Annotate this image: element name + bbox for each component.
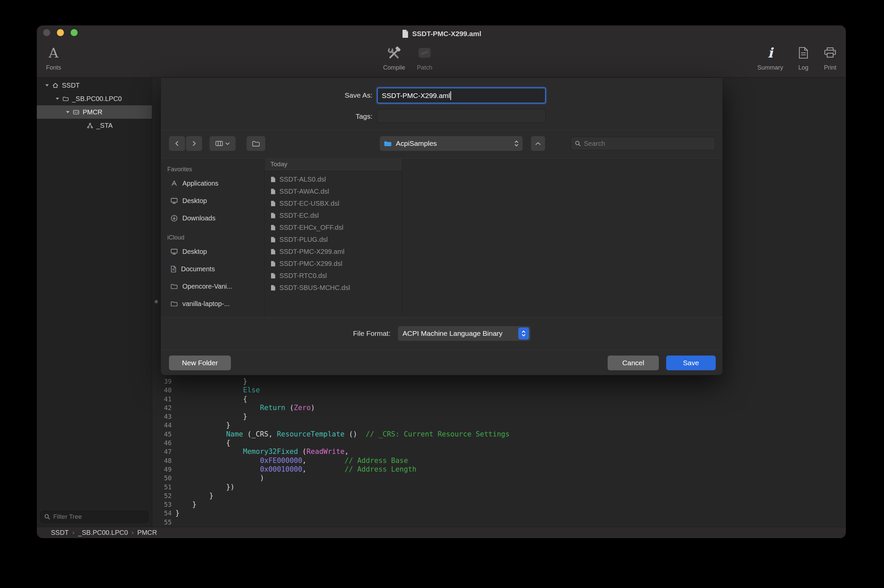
line-number: 55 — [153, 518, 172, 526]
collapse-expand-button[interactable] — [531, 136, 545, 151]
line-number: 49 — [153, 465, 172, 474]
tree-item-pmcr[interactable]: PMCR — [37, 105, 152, 119]
splitter-handle[interactable] — [155, 300, 158, 303]
file-item-label: SSDT-EC-USBX.dsl — [279, 200, 339, 207]
file-item[interactable]: SSDT-RTC0.dsl — [265, 270, 402, 282]
favorites-item-label: Applications — [182, 180, 219, 187]
disclosure-triangle-icon[interactable] — [66, 111, 70, 113]
line-number: 53 — [153, 500, 172, 509]
log-document-icon — [798, 47, 808, 59]
disclosure-triangle-icon[interactable] — [45, 84, 49, 87]
icloud-item-opencore[interactable]: Opencore-Vani... — [161, 278, 264, 295]
breadcrumb-separator: › — [132, 529, 134, 536]
location-dropdown[interactable]: AcpiSamples — [380, 136, 523, 151]
tree-item-sta[interactable]: _STA — [37, 119, 152, 132]
tree-item-label: SSDT — [62, 82, 80, 89]
file-format-label: File Format: — [317, 330, 390, 338]
file-item[interactable]: SSDT-PMC-X299.dsl — [265, 258, 402, 270]
line-number: 54 — [153, 509, 172, 518]
breadcrumb-item[interactable]: PMCR — [137, 529, 157, 537]
back-chevron-icon — [174, 140, 180, 147]
file-item[interactable]: SSDT-SBUS-MCHC.dsl — [265, 282, 402, 294]
breadcrumb-item[interactable]: SSDT — [51, 529, 69, 537]
filter-tree-field[interactable] — [40, 511, 149, 523]
chevron-up-icon — [535, 141, 541, 146]
icloud-item-documents[interactable]: Documents — [161, 260, 264, 278]
toolbar-print-button[interactable]: Print — [813, 44, 846, 71]
code-line: 50 ) — [153, 474, 846, 482]
toolbar-fonts-button[interactable]: A Fonts — [39, 44, 69, 71]
file-item[interactable]: SSDT-AWAC.dsl — [265, 185, 402, 197]
file-item-label: SSDT-PLUG.dsl — [279, 236, 327, 243]
icloud-item-desktop[interactable]: Desktop — [161, 243, 264, 260]
desktop-icon — [171, 249, 178, 255]
file-document-icon — [270, 249, 276, 255]
forward-chevron-icon — [191, 140, 197, 147]
file-item-label: SSDT-PMC-X299.dsl — [279, 260, 342, 268]
file-item[interactable]: SSDT-PLUG.dsl — [265, 234, 402, 246]
favorites-item-desktop[interactable]: Desktop — [161, 192, 264, 209]
print-printer-icon — [824, 47, 836, 58]
toolbar-patch-button[interactable]: Patch — [406, 44, 443, 71]
code-text: { — [175, 394, 247, 404]
home-icon — [52, 82, 59, 88]
search-field[interactable] — [571, 137, 715, 150]
file-format-dropdown[interactable]: ACPI Machine Language Binary — [398, 326, 530, 341]
tags-input[interactable] — [377, 109, 546, 123]
breadcrumb-item[interactable]: _SB.PC00.LPC0 — [78, 529, 128, 537]
updown-chevrons-icon — [514, 140, 519, 147]
chevron-down-icon — [225, 142, 230, 145]
file-item-label: SSDT-PMC-X299.aml — [279, 248, 345, 255]
code-text: Memory32Fixed (ReadWrite, — [175, 447, 349, 456]
folder-icon — [171, 301, 178, 307]
file-document-icon — [270, 237, 276, 243]
favorites-item-downloads[interactable]: Downloads — [161, 209, 264, 227]
line-number: 42 — [153, 404, 172, 412]
toolbar-print-label: Print — [813, 64, 846, 71]
new-folder-icon-button[interactable] — [246, 136, 265, 151]
applications-icon — [171, 180, 178, 187]
forward-button[interactable] — [186, 136, 202, 151]
file-document-icon — [270, 212, 276, 219]
back-button[interactable] — [169, 136, 185, 151]
new-folder-button[interactable]: New Folder — [169, 356, 231, 370]
desktop-icon — [171, 198, 178, 204]
save-as-field[interactable]: SSDT-PMC-X299.aml — [377, 88, 546, 104]
favorites-item-label: Documents — [181, 265, 215, 273]
code-line: 43 } — [153, 412, 846, 421]
disclosure-triangle-icon[interactable] — [56, 98, 59, 100]
cancel-button[interactable]: Cancel — [608, 356, 659, 370]
code-text: } — [175, 412, 247, 421]
file-document-icon — [270, 176, 276, 183]
code-text: } — [175, 491, 213, 500]
filter-tree-input[interactable] — [53, 513, 144, 520]
code-text: } — [175, 500, 197, 509]
tree-item-ssdt[interactable]: SSDT — [37, 79, 152, 92]
tree-item-sb-pc00-lpc0[interactable]: _SB.PC00.LPC0 — [37, 92, 152, 105]
line-number: 45 — [153, 430, 172, 438]
file-item[interactable]: SSDT-PMC-X299.aml — [265, 246, 402, 258]
search-input[interactable] — [584, 140, 711, 147]
icloud-item-vanilla-laptop[interactable]: vanilla-laptop-... — [161, 295, 264, 312]
code-line: 49 0x00010000, // Address Length — [153, 465, 846, 474]
code-text: 0x00010000, // Address Length — [175, 465, 417, 474]
file-document-icon — [270, 200, 276, 207]
file-document-icon — [270, 273, 276, 279]
patch-icon — [417, 47, 432, 59]
file-item[interactable]: SSDT-ALS0.dsl — [265, 173, 402, 185]
line-number: 52 — [153, 491, 172, 500]
method-icon — [87, 123, 93, 128]
file-item[interactable]: SSDT-EC.dsl — [265, 209, 402, 221]
favorites-item-applications[interactable]: Applications — [161, 175, 264, 192]
file-item-label: SSDT-ALS0.dsl — [279, 176, 326, 183]
view-mode-button[interactable] — [209, 136, 236, 151]
favorites-item-label: Opencore-Vani... — [182, 283, 233, 290]
device-icon — [73, 110, 79, 115]
document-proxy-icon — [402, 29, 409, 38]
file-item[interactable]: SSDT-EHCx_OFF.dsl — [265, 221, 402, 234]
line-number: 51 — [153, 483, 172, 491]
acpi-tree: SSDT _SB.PC00.LPC0 — [37, 79, 152, 132]
save-button[interactable]: Save — [666, 356, 716, 370]
column-view-icon — [216, 141, 223, 146]
file-item[interactable]: SSDT-EC-USBX.dsl — [265, 197, 402, 209]
